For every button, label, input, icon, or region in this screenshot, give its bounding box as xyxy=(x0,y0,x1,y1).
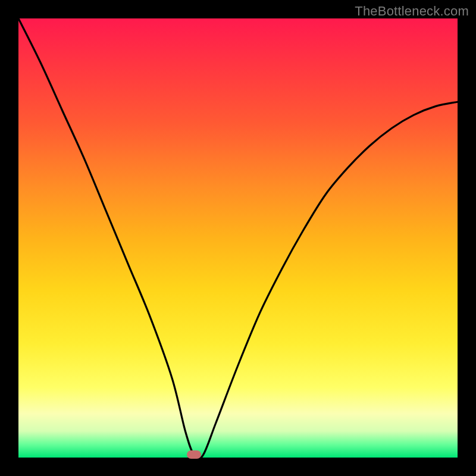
optimum-marker xyxy=(187,450,201,459)
plot-area xyxy=(18,18,458,458)
bottleneck-curve xyxy=(18,18,458,458)
watermark-text: TheBottleneck.com xyxy=(355,4,469,19)
chart-frame: TheBottleneck.com xyxy=(0,0,476,476)
